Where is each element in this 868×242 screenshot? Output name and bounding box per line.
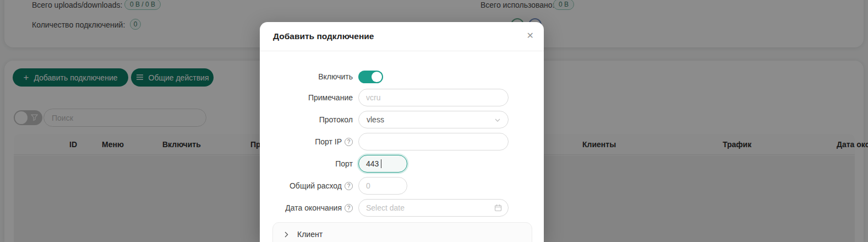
port-ip-input[interactable] [358,133,509,150]
expiry-date-input[interactable] [358,199,509,217]
enable-label: Включить [260,68,353,85]
expiry-date-field [358,199,509,217]
close-icon[interactable]: ✕ [527,30,534,42]
port-field-wrapper [358,155,407,173]
modal-title: Добавить подключение [273,31,374,41]
help-icon[interactable]: ? [345,204,353,212]
toggle-knob [372,72,382,82]
client-section-label: Клиент [297,228,323,240]
protocol-selected-value: vless [367,111,384,128]
port-ip-label-text: Порт IP [315,133,342,150]
enable-label-text: Включить [318,68,353,85]
connections-page: Всего uploads/downloads: 0 B / 0 B Всего… [0,0,868,242]
port-ip-label: Порт IP ? [260,133,353,150]
port-label: Порт [260,155,353,173]
port-label-text: Порт [335,155,353,173]
add-connection-modal: Добавить подключение ✕ Включить Примечан… [260,22,544,242]
modal-header-divider [260,51,544,51]
client-collapse-panel[interactable]: Клиент [272,222,532,242]
total-flow-label: Общий расход ? [260,177,353,195]
port-input[interactable] [358,155,407,173]
protocol-label-text: Протокол [319,111,353,128]
protocol-select[interactable]: vless [358,111,509,128]
expiry-date-label: Дата окончания ? [260,199,353,217]
protocol-label: Протокол [260,111,353,128]
total-flow-input[interactable] [358,177,407,195]
remark-label: Примечание [260,89,353,106]
enable-toggle[interactable] [358,71,383,83]
help-icon[interactable]: ? [345,138,353,146]
text-cursor [381,159,381,168]
total-flow-label-text: Общий расход [290,177,342,195]
remark-label-text: Примечание [308,89,353,106]
expiry-date-label-text: Дата окончания [285,199,342,217]
help-icon[interactable]: ? [345,182,353,190]
remark-input[interactable] [358,89,509,106]
